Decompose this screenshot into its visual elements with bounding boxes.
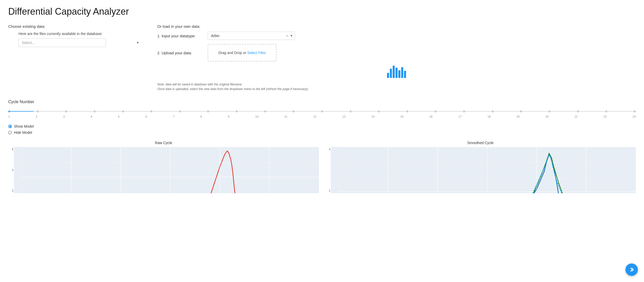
tick-label-12: 12: [313, 115, 316, 118]
waveform-bar-7: [404, 71, 406, 78]
load-own-data-label: Or load in your own data:: [157, 24, 636, 29]
upload-row: 2. Upload your data: Drag and Drop or Se…: [157, 44, 636, 61]
smoothed-cycle-chart-container: Smoothed Cycle 4 2: [325, 141, 636, 193]
tick-label-11: 11: [284, 115, 287, 118]
note-text: Note: data will be saved in database wit…: [157, 82, 311, 91]
raw-y-label-2: 2: [12, 189, 13, 192]
show-model-option[interactable]: Show Model: [8, 124, 636, 128]
select-dropdown-arrow-icon: ▼: [136, 41, 139, 45]
tick-label-17: 17: [458, 115, 462, 118]
tick-label-4: 4: [90, 115, 92, 118]
smoothed-chart-inner: [338, 147, 636, 193]
datatype-row: 1. Input your datatype: Arbin Maccor Bio…: [157, 32, 636, 40]
smoothed-cycle-svg: [338, 147, 636, 193]
waveform-bar-5: [398, 70, 400, 78]
hide-model-label: Hide Model: [14, 130, 32, 135]
select-files-link[interactable]: Select Files: [247, 51, 266, 55]
model-options: Show Model Hide Model: [8, 124, 636, 135]
existing-data-select-wrapper: Select... ▼: [19, 38, 142, 47]
database-files-label: Here are the files currently available i…: [8, 32, 142, 36]
tick-label-16: 16: [429, 115, 433, 118]
tick-label-2: 2: [36, 115, 37, 118]
tick-label-19: 19: [517, 115, 520, 118]
show-model-label: Show Model: [14, 124, 34, 128]
tick-label-14: 14: [371, 115, 374, 118]
right-panel: Or load in your own data: 1. Input your …: [157, 24, 636, 91]
cycle-section: Cycle Number: [8, 100, 636, 118]
tick-label-9: 9: [228, 115, 229, 118]
raw-y-axis: 6 4 2: [8, 147, 14, 193]
waveform-bar-3: [393, 66, 395, 78]
smoothed-cycle-chart-area: [331, 147, 636, 193]
raw-y-label-4: 4: [12, 169, 13, 172]
datatype-select[interactable]: Arbin Maccor Biologic: [208, 32, 295, 40]
tick-label-6: 6: [145, 115, 147, 118]
step2-label: 2. Upload your data:: [157, 51, 204, 55]
page-title: Differential Capacity Analyzer: [8, 6, 636, 17]
tick-label-1: 1: [8, 115, 10, 118]
tick-label-21: 21: [575, 115, 578, 118]
raw-chart-inner: [22, 147, 319, 193]
show-model-radio[interactable]: [8, 125, 12, 128]
charts-row: Raw Cycle 6 4 2: [8, 141, 636, 193]
tick-label-7: 7: [173, 115, 174, 118]
tick-label-22: 22: [604, 115, 607, 118]
raw-y-label-6: 6: [12, 148, 13, 151]
upload-drag-text: Drag and Drop or: [218, 51, 247, 55]
tick-label-13: 13: [342, 115, 345, 118]
step1-label: 1. Input your datatype:: [157, 34, 204, 38]
tick-label-10: 10: [255, 115, 258, 118]
tick-label-20: 20: [546, 115, 549, 118]
smoothed-cycle-title: Smoothed Cycle: [325, 141, 636, 145]
hide-model-radio[interactable]: [8, 131, 12, 134]
existing-data-select[interactable]: Select...: [19, 38, 106, 47]
datatype-select-wrapper: Arbin Maccor Biologic × ▼: [208, 32, 295, 40]
waveform-icon: [157, 66, 636, 78]
smoothed-y-label-4: 4: [329, 148, 330, 151]
raw-cycle-svg: [22, 147, 319, 193]
upload-dropzone[interactable]: Drag and Drop or Select Files: [208, 44, 277, 61]
waveform-bar-2: [390, 69, 392, 78]
choose-data-label: Choose existing data:: [8, 24, 142, 29]
waveform-bar-1: [387, 73, 389, 78]
raw-cycle-chart-container: Raw Cycle 6 4 2: [8, 141, 319, 193]
cycle-number-title: Cycle Number: [8, 100, 636, 104]
waveform-bar-4: [395, 68, 398, 78]
raw-cycle-chart-area: [14, 147, 319, 193]
hide-model-option[interactable]: Hide Model: [8, 130, 636, 135]
smoothed-y-axis: 4 2: [325, 147, 331, 193]
tick-label-15: 15: [400, 115, 403, 118]
tick-label-18: 18: [487, 115, 491, 118]
raw-cycle-title: Raw Cycle: [8, 141, 319, 145]
datatype-clear-icon[interactable]: ×: [286, 34, 288, 38]
tick-label-5: 5: [118, 115, 119, 118]
left-panel: Choose existing data: Here are the files…: [8, 24, 142, 91]
tick-label-3: 3: [63, 115, 65, 118]
tick-label-23: 23: [633, 115, 636, 118]
waveform-bar-6: [401, 67, 403, 78]
tick-label-8: 8: [200, 115, 202, 118]
smoothed-y-label-2: 2: [329, 189, 330, 192]
